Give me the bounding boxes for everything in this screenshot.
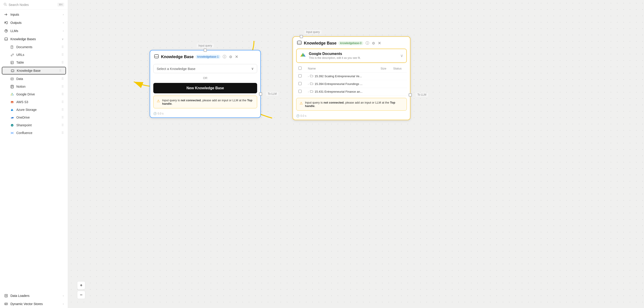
top-handle-kb1[interactable] — [204, 49, 207, 52]
sidebar-item-kb2-label: Knowledge Base — [17, 69, 40, 72]
node2-warning-text: Input query is not connected, please add… — [305, 101, 404, 108]
drag-handle-icon: ⠿ — [62, 77, 64, 81]
sidebar-bottom-section: Data Loaders › Dynamic Vector Stores › — [0, 292, 68, 308]
svg-text:S3: S3 — [11, 101, 13, 103]
sidebar-item-azure[interactable]: Azure Storage ⠿ — [0, 106, 68, 114]
sidebar-item-sharepoint[interactable]: S Sharepoint ⠿ — [0, 121, 68, 129]
node1-select[interactable]: Select a Knowledge Base ∨ — [153, 64, 257, 73]
sidebar-item-urls[interactable]: URLs ⠿ — [0, 51, 68, 59]
file-name-cell: › 15.392 Scaling Entrepreneurial Ve... — [308, 74, 376, 78]
drag-handle-icon: ⠿ — [62, 108, 64, 111]
data-icon — [10, 77, 14, 81]
select-all-checkbox[interactable] — [298, 67, 302, 70]
file-name: 15.394 Entrepreneurial Foundings ... — [314, 82, 362, 86]
canvas[interactable]: Input query Knowledge Base knowledgebase… — [68, 0, 644, 308]
row-checkbox[interactable] — [298, 82, 302, 85]
chevron-down-icon: ∨ — [251, 67, 254, 71]
gdoc-selected-item[interactable]: Google Documents This is the description… — [296, 49, 406, 62]
node2-close-btn[interactable]: ✕ — [378, 41, 381, 46]
zoom-out-btn[interactable]: − — [77, 291, 85, 299]
expand-icon[interactable]: › — [308, 90, 309, 93]
sidebar-item-urls-label: URLs — [16, 53, 24, 57]
file-size — [378, 72, 391, 80]
sidebar-item-knowledge-base[interactable]: Knowledge Base ⠿ — [2, 67, 66, 75]
sidebar-item-onedrive[interactable]: OneDrive ⠿ — [0, 114, 68, 121]
chevron-down-icon: ∨ — [62, 38, 64, 41]
node1-close-btn[interactable]: ✕ — [235, 54, 238, 59]
node-kb2: Input query Knowledge Base knowledgebase… — [292, 36, 410, 120]
svg-rect-18 — [5, 303, 8, 305]
sidebar-item-confluence-label: Confluence — [16, 131, 32, 135]
top-handle-kb2[interactable] — [300, 35, 303, 38]
sidebar-item-aws-s3[interactable]: S3 AWS S3 ⠿ — [0, 98, 68, 106]
node2-header: Knowledge Base knowledgebase-0 ⓘ ⚙ ✕ — [293, 37, 410, 49]
table-icon — [10, 60, 14, 65]
chevron-right-icon: › — [63, 29, 64, 33]
sidebar-item-knowledge-bases[interactable]: Knowledge Bases ∨ — [0, 35, 68, 43]
file-status — [391, 72, 407, 80]
to-llm-label-kb1: To LLM — [266, 92, 278, 96]
folder-icon — [310, 82, 313, 86]
sidebar-item-inputs[interactable]: Inputs › — [0, 11, 68, 19]
expand-icon[interactable]: › — [308, 83, 309, 85]
table-row: › 15.394 Entrepreneurial Foundings ... — [296, 80, 407, 88]
input-icon — [4, 13, 8, 17]
node2-badge: knowledgebase-0 — [338, 41, 363, 45]
search-placeholder: Search Nodes — [8, 3, 29, 7]
table-row: › 15.431 Entrepreneurial Finance an... — [296, 88, 407, 96]
kb-node-icon — [154, 54, 159, 60]
node1-settings-btn[interactable]: ⚙ — [228, 54, 233, 60]
drag-handle-icon: ⠿ — [62, 123, 64, 127]
gdrive-icon — [10, 92, 14, 96]
url-icon — [10, 53, 14, 57]
col-header-status: Status — [391, 65, 407, 72]
drag-handle-icon: ⠿ — [62, 100, 64, 104]
svg-rect-3 — [6, 22, 8, 24]
sidebar-item-outputs-label: Outputs — [10, 21, 22, 25]
confluence-icon — [10, 131, 14, 135]
azure-icon — [10, 108, 14, 112]
dvs-icon — [4, 302, 8, 306]
sidebar-item-onedrive-label: OneDrive — [16, 116, 30, 119]
node2-settings-btn[interactable]: ⚙ — [372, 41, 376, 46]
sidebar-item-notion[interactable]: Notion ⠿ — [0, 83, 68, 90]
sidebar-item-documents[interactable]: Documents ⠿ — [0, 43, 68, 51]
chevron-right-icon: › — [63, 302, 64, 305]
row-checkbox[interactable] — [298, 74, 302, 77]
gdrive-node-icon — [300, 52, 306, 59]
sidebar-item-google-drive[interactable]: Google Drive ⠿ — [0, 90, 68, 98]
node2-info-btn[interactable]: ⓘ — [365, 40, 370, 46]
sidebar-item-confluence[interactable]: Confluence ⠿ — [0, 129, 68, 137]
s3-icon: S3 — [10, 100, 14, 104]
drag-handle-icon: ⠿ — [59, 69, 62, 72]
file-status — [391, 88, 407, 96]
node2-timer: 🕐 0.0 s — [293, 113, 410, 120]
sidebar-item-table[interactable]: Table ⠿ — [0, 59, 68, 66]
svg-rect-11 — [11, 78, 14, 80]
new-kb-button[interactable]: New Knowledge Base — [153, 83, 257, 93]
right-handle-kb1[interactable] — [259, 92, 262, 96]
sidebar-item-dvs[interactable]: Dynamic Vector Stores › — [0, 300, 68, 308]
drag-handle-icon: ⠿ — [62, 92, 64, 96]
right-handle-kb2[interactable] — [408, 93, 412, 97]
sidebar-item-documents-label: Documents — [16, 45, 32, 49]
chevron-down-icon2: ∨ — [400, 53, 403, 58]
file-size — [378, 80, 391, 88]
svg-point-2 — [5, 14, 6, 15]
expand-icon[interactable]: › — [308, 75, 309, 78]
sidebar-item-data[interactable]: Data ⠿ — [0, 75, 68, 83]
file-name: 15.392 Scaling Entrepreneurial Ve... — [314, 75, 362, 78]
notion-icon — [10, 84, 14, 89]
search-bar[interactable]: Search Nodes ⌘K — [0, 0, 68, 10]
zoom-in-btn[interactable]: + — [77, 281, 85, 289]
node1-info-btn[interactable]: ⓘ — [222, 54, 227, 60]
sidebar-item-llms[interactable]: LLMs › — [0, 27, 68, 35]
sidebar-item-llms-label: LLMs — [10, 29, 18, 33]
sidebar-item-dvs-label: Dynamic Vector Stores — [10, 302, 43, 306]
row-checkbox[interactable] — [298, 90, 302, 93]
search-icon — [4, 3, 7, 7]
sidebar-item-outputs[interactable]: Outputs › — [0, 19, 68, 27]
sidebar-item-data-loaders[interactable]: Data Loaders › — [0, 292, 68, 300]
svg-text:S: S — [11, 124, 13, 126]
folder-icon — [310, 74, 313, 78]
